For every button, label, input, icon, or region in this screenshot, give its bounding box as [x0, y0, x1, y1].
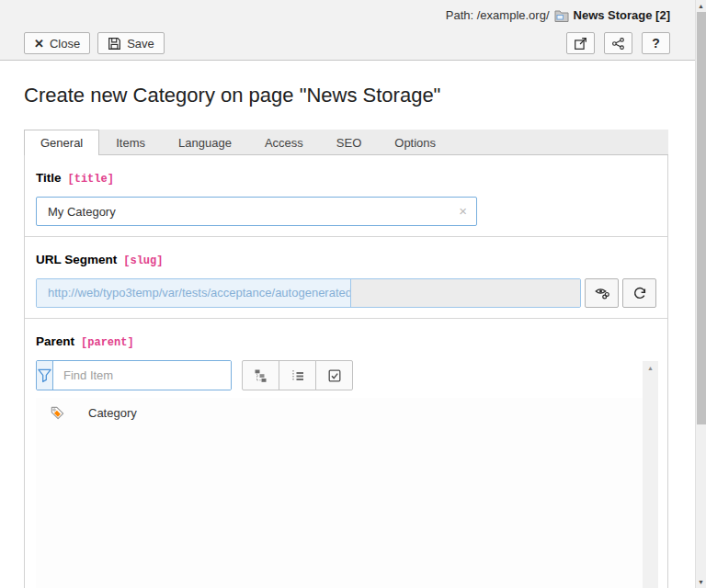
tab-general[interactable]: General	[24, 130, 99, 155]
save-icon	[108, 37, 121, 51]
eye-link-icon	[595, 286, 609, 300]
scrollbar-thumb[interactable]	[697, 12, 706, 424]
tab-panel-general: Title[title] × URL Segment[slug] http://…	[24, 155, 668, 588]
tab-access[interactable]: Access	[248, 130, 320, 154]
close-icon: ✕	[34, 38, 44, 50]
tree-scrollbar-up-icon[interactable]: ▲	[643, 365, 658, 371]
close-button-label: Close	[50, 37, 80, 51]
title-field-label: Title[title]	[36, 171, 656, 186]
share-button[interactable]	[604, 32, 632, 54]
tree-scrollbar[interactable]: ▲	[643, 361, 658, 588]
typo3-record-edit-screen: Path: /example.org/ News Storage [2] ✕ C…	[0, 0, 706, 588]
clear-input-icon[interactable]: ×	[459, 204, 467, 218]
breadcrumb-record-name: News Storage [2]	[574, 8, 670, 22]
title-field-code: [title]	[68, 173, 114, 186]
scrollbar-up-icon[interactable]: ▲	[696, 3, 706, 9]
slug-field-code: [slug]	[123, 254, 163, 267]
collapse-list-button[interactable]	[279, 360, 316, 390]
tree-toolbar	[242, 360, 353, 390]
page-title: Create new Category on page "News Storag…	[24, 84, 671, 107]
filter-funnel-icon[interactable]	[37, 361, 53, 390]
slug-input-group: http://web/typo3temp/var/tests/acceptanc…	[36, 278, 581, 308]
share-icon	[611, 37, 625, 51]
breadcrumb-path: Path: /example.org/	[446, 8, 550, 22]
tree-item-label: Category	[88, 406, 137, 420]
open-in-new-window-button[interactable]	[566, 32, 595, 54]
tree-item-category[interactable]: Category	[36, 398, 656, 421]
expand-tree-button[interactable]	[242, 360, 279, 390]
save-button-label: Save	[127, 37, 154, 51]
category-tree: Category	[36, 398, 656, 588]
checkbox-checked-icon	[327, 368, 342, 383]
refresh-icon	[632, 286, 647, 300]
field-section-parent: Parent[parent]	[25, 318, 667, 588]
doc-header: Path: /example.org/ News Storage [2] ✕ C…	[0, 0, 695, 61]
open-in-new-window-icon	[574, 37, 587, 51]
tab-language[interactable]: Language	[162, 130, 248, 154]
help-button[interactable]: ?	[642, 32, 670, 54]
scrollbar-down-icon[interactable]: ▼	[696, 579, 706, 585]
tab-options[interactable]: Options	[378, 130, 452, 154]
field-section-title: Title[title] ×	[25, 155, 667, 236]
hierarchy-icon	[254, 368, 268, 383]
module-body: Create new Category on page "News Storag…	[0, 62, 695, 588]
tab-seo[interactable]: SEO	[320, 130, 378, 154]
tree-filter-group	[36, 360, 232, 390]
tree-filter-input[interactable]	[53, 361, 232, 390]
close-button[interactable]: ✕ Close	[24, 32, 90, 54]
slug-field-label: URL Segment[slug]	[36, 253, 656, 267]
breadcrumb: Path: /example.org/ News Storage [2]	[446, 8, 670, 22]
list-icon	[290, 368, 305, 383]
slug-prefix: http://web/typo3temp/var/tests/acceptanc…	[37, 279, 351, 307]
parent-field-code: [parent]	[81, 336, 134, 349]
category-tag-icon	[50, 405, 65, 421]
field-section-slug: URL Segment[slug] http://web/typo3temp/v…	[25, 236, 667, 318]
toggle-selection-button[interactable]	[315, 360, 353, 390]
tab-items[interactable]: Items	[99, 130, 162, 154]
form-tab-bar: General Items Language Access SEO Option…	[24, 130, 668, 155]
docheader-right-buttons: ?	[566, 32, 670, 54]
title-input[interactable]	[36, 197, 477, 226]
slug-input[interactable]	[351, 279, 580, 307]
folder-icon	[554, 9, 569, 22]
save-button[interactable]: Save	[97, 32, 165, 54]
slug-toggle-button[interactable]	[585, 278, 619, 308]
parent-field-label: Parent[parent]	[36, 334, 656, 349]
slug-recalculate-button[interactable]	[622, 278, 656, 308]
help-icon: ?	[652, 36, 660, 51]
page-scrollbar[interactable]: ▲ ▼	[695, 0, 706, 588]
docheader-left-buttons: ✕ Close Save	[24, 32, 165, 54]
